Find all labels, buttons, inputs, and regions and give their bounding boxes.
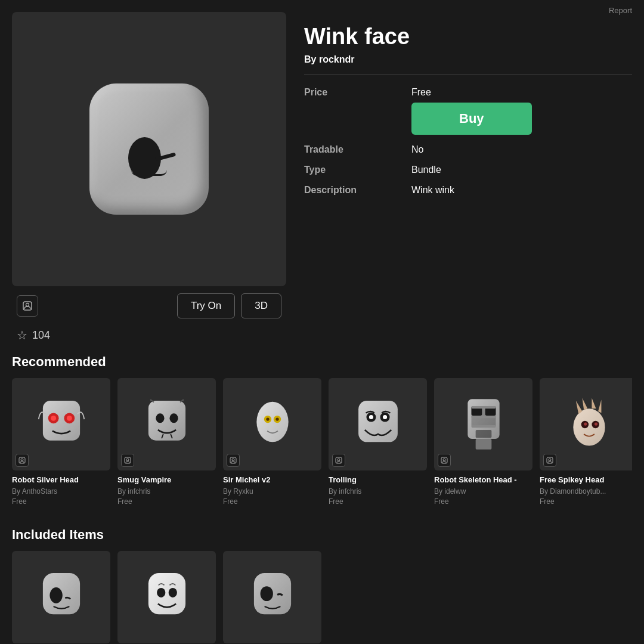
svg-point-15	[126, 459, 129, 461]
bundle-icon	[438, 454, 451, 467]
svg-point-27	[383, 415, 387, 419]
item-card-creator: By infchris	[117, 487, 216, 496]
svg-marker-44	[592, 398, 596, 408]
type-label: Type	[304, 165, 411, 175]
bundle-icon	[16, 454, 29, 467]
included-item[interactable]	[12, 551, 110, 643]
type-value: Bundle	[411, 165, 441, 175]
svg-rect-54	[148, 573, 185, 614]
item-card-price: Free	[117, 497, 216, 506]
price-row: Price Free Buy	[304, 87, 632, 135]
included-grid	[12, 551, 632, 643]
item-card-creator: By AnthoStars	[12, 487, 110, 496]
recommended-title: Recommended	[12, 354, 632, 370]
item-card-image	[12, 378, 110, 470]
recommended-item[interactable]: Free Spikey Head By Diamondboytub... Fre…	[540, 378, 632, 506]
item-card-image	[223, 378, 321, 470]
svg-point-41	[573, 408, 605, 445]
star-icon: ☆	[17, 328, 27, 342]
svg-rect-23	[358, 401, 398, 442]
svg-point-6	[66, 415, 72, 420]
tradable-value: No	[411, 144, 423, 155]
svg-point-51	[549, 459, 551, 461]
svg-point-55	[157, 588, 165, 597]
recommended-grid: Robot Silver Head By AnthoStars Free Smu…	[12, 378, 632, 506]
svg-point-40	[443, 459, 445, 461]
item-card-name: Sir Michel v2	[223, 475, 321, 485]
tradable-label: Tradable	[304, 144, 411, 155]
item-card-name: Robot Skeleton Head -	[434, 475, 532, 485]
recommended-item[interactable]: Smug Vampire By infchris Free	[117, 378, 216, 506]
type-row: Type Bundle	[304, 165, 632, 175]
svg-rect-2	[42, 401, 79, 441]
recommended-item[interactable]: Trolling By infchris Free	[329, 378, 427, 506]
item-card-price: Free	[434, 497, 532, 506]
preview-controls: Try On 3D	[12, 286, 286, 326]
item-card-name: Smug Vampire	[117, 475, 216, 485]
svg-point-29	[338, 459, 340, 461]
bundle-icon	[227, 454, 240, 467]
svg-marker-43	[582, 398, 587, 410]
avatar-mouth	[131, 170, 167, 176]
item-card-image	[117, 378, 216, 470]
description-row: Description Wink wink	[304, 185, 632, 196]
top-section: Try On 3D ☆ 104 Wink face By rockndr Pri…	[0, 0, 644, 345]
svg-point-1	[26, 304, 29, 306]
recommended-item[interactable]: Sir Michel v2 By Ryxku Free	[223, 378, 321, 506]
rating-row: ☆ 104	[12, 326, 286, 345]
item-card-image	[434, 378, 532, 470]
svg-rect-36	[471, 425, 496, 427]
item-card-creator: By idelww	[434, 487, 532, 496]
avatar-icon[interactable]	[17, 295, 38, 317]
svg-point-11	[169, 413, 178, 423]
svg-marker-42	[575, 401, 582, 414]
included-items-section: Included Items	[0, 518, 644, 643]
svg-point-49	[594, 422, 597, 425]
item-card-price: Free	[540, 497, 632, 506]
preview-image	[12, 12, 286, 286]
svg-point-48	[584, 422, 587, 425]
svg-rect-37	[475, 429, 491, 437]
svg-rect-38	[475, 439, 491, 450]
avatar-head	[89, 83, 209, 215]
price-label: Price	[304, 87, 411, 98]
item-card-creator: By infchris	[329, 487, 427, 496]
item-card-image	[540, 378, 632, 470]
divider	[304, 75, 632, 75]
recommended-section: Recommended Robot Silver Head By AnthoSt…	[0, 345, 644, 506]
svg-point-10	[156, 413, 164, 423]
item-card-price: Free	[12, 497, 110, 506]
svg-point-16	[256, 401, 288, 442]
svg-marker-45	[598, 400, 601, 413]
item-details: Wink face By rockndr Price Free Buy Trad…	[304, 12, 632, 345]
recommended-item[interactable]: Robot Silver Head By AnthoStars Free	[12, 378, 110, 506]
svg-point-20	[275, 417, 278, 420]
item-title: Wink face	[304, 24, 632, 49]
svg-rect-9	[148, 401, 185, 441]
bundle-icon	[332, 454, 345, 467]
included-item[interactable]	[117, 551, 216, 643]
svg-point-26	[369, 415, 373, 419]
svg-point-58	[260, 587, 273, 602]
item-card-image	[329, 378, 427, 470]
recommended-item[interactable]: Robot Skeleton Head - By idelww Free	[434, 378, 532, 506]
svg-point-22	[232, 459, 234, 461]
description-label: Description	[304, 185, 411, 196]
svg-point-8	[21, 459, 23, 461]
item-creator: By rockndr	[304, 54, 632, 65]
item-card-name: Free Spikey Head	[540, 475, 632, 485]
item-card-creator: By Ryxku	[223, 487, 321, 496]
tradable-row: Tradable No	[304, 144, 632, 155]
svg-point-19	[266, 417, 269, 420]
item-card-price: Free	[329, 497, 427, 506]
included-item[interactable]	[223, 551, 321, 643]
try-on-button[interactable]: Try On	[177, 293, 235, 318]
description-value: Wink wink	[411, 185, 454, 196]
item-card-name: Robot Silver Head	[12, 475, 110, 485]
bundle-icon	[121, 454, 134, 467]
svg-rect-35	[471, 415, 496, 417]
view-3d-button[interactable]: 3D	[241, 293, 281, 318]
item-card-creator: By Diamondboytub...	[540, 487, 632, 496]
buy-button[interactable]: Buy	[411, 103, 532, 135]
svg-rect-34	[471, 405, 496, 408]
